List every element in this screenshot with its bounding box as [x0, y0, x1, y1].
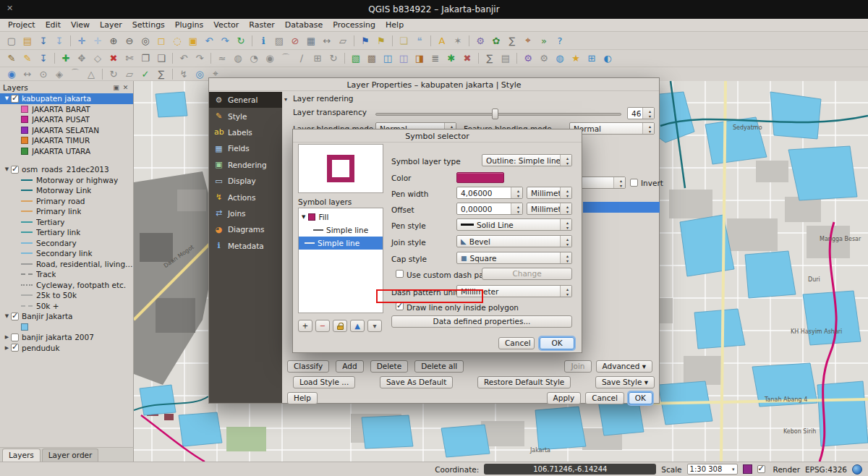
panel-tab-layer-order[interactable]: Layer order [42, 449, 99, 462]
ok-button[interactable]: OK [629, 392, 652, 404]
move-node-icon[interactable]: ↔ [20, 67, 35, 81]
field-calculator-icon[interactable]: ∑ [482, 51, 498, 66]
pan-to-selection-icon[interactable]: ✛ [90, 33, 106, 48]
measure-line-icon[interactable]: ↔ [319, 33, 335, 48]
menu-raster[interactable]: Raster [244, 20, 279, 30]
georeferencer-icon[interactable]: ⌖ [520, 33, 536, 48]
chevron-down-icon[interactable]: ▼ [3, 166, 11, 172]
open-project-icon[interactable]: ▤ [20, 33, 35, 48]
road-graph-icon[interactable]: ↯ [176, 67, 192, 81]
select-features-icon[interactable]: ▨ [271, 33, 287, 48]
apply-button[interactable]: Apply [547, 392, 582, 404]
layer-visibility-checkbox[interactable] [11, 95, 19, 103]
identify-features-icon[interactable]: ℹ [255, 33, 271, 48]
data-defined-properties-button[interactable]: Data defined properties... [391, 315, 572, 328]
layer-item-jakarta-barat[interactable]: JAKARTA BARAT [0, 104, 133, 115]
restore-default-style-button[interactable]: Restore Default Style [477, 376, 571, 388]
menu-project[interactable]: Project [3, 20, 41, 30]
add-part-icon[interactable]: ◔ [246, 51, 262, 66]
offset-unit-combo[interactable]: Millimeter [527, 203, 572, 215]
remove-symbol-layer-button[interactable]: − [315, 320, 330, 332]
layer-visibility-checkbox[interactable] [11, 344, 19, 352]
layer-item-primary-link[interactable]: Primary link [0, 206, 133, 217]
globe-icon[interactable] [852, 464, 862, 475]
move-down-symbol-layer-button[interactable]: ▾ [367, 320, 382, 332]
pen-width-spinbox[interactable]: 4,06000 [456, 187, 523, 199]
refresh-map-icon[interactable]: ↻ [233, 33, 249, 48]
properties-tab-general[interactable]: ⚙General [209, 92, 282, 108]
check-geometry-icon[interactable]: ✓ [137, 67, 153, 81]
add-ring-icon[interactable]: ◍ [230, 51, 246, 66]
add-wms-layer-icon[interactable]: ◨ [412, 51, 427, 66]
layer-item-osm-roads-21dec2013[interactable]: ▼osm_roads_21dec2013 [0, 164, 133, 175]
lock-symbol-layer-button[interactable] [333, 320, 347, 332]
menu-view[interactable]: View [66, 20, 95, 30]
settings-icon[interactable]: ⚙ [536, 51, 552, 66]
osm-tools-icon[interactable]: ◍ [552, 51, 568, 66]
invert-checkbox[interactable] [630, 179, 638, 187]
fill-ring-icon[interactable]: ◉ [262, 51, 278, 66]
symbol-layer-type-combo[interactable]: Outline: Simple line [482, 154, 572, 166]
chevron-down-icon[interactable]: ▼ [3, 313, 11, 319]
close-icon[interactable]: ✕ [7, 4, 13, 13]
transparency-slider[interactable] [375, 113, 621, 116]
add-raster-layer-icon[interactable]: ▩ [364, 51, 380, 66]
transparency-value-spinbox[interactable]: 46 [627, 107, 655, 119]
properties-tab-diagrams[interactable]: ◕Diagrams [209, 221, 282, 237]
new-project-icon[interactable]: ▢ [4, 33, 20, 48]
pen-width-unit-combo[interactable]: Millimeter [527, 187, 572, 199]
chevron-right-icon[interactable]: ▶ [3, 345, 11, 351]
menu-plugins[interactable]: Plugins [170, 20, 208, 30]
zoom-next-icon[interactable]: ↷ [217, 33, 233, 48]
layer-item-banjir-jakarta[interactable]: ▼Banjir Jakarta [0, 311, 133, 322]
layer-item-swatch[interactable] [0, 322, 133, 333]
layer-item-motorway-link[interactable]: Motorway Link [0, 185, 133, 196]
split-features-icon[interactable]: ∕ [294, 51, 310, 66]
favorites-icon[interactable]: ★ [568, 51, 584, 66]
offset-curve-icon[interactable]: ⌒ [67, 67, 83, 81]
save-as-default-button[interactable]: Save As Default [380, 376, 453, 388]
add-spatialite-layer-icon[interactable]: ◫ [396, 51, 412, 66]
menu-database[interactable]: Database [280, 20, 328, 30]
layer-item-secondary[interactable]: Secondary [0, 238, 133, 249]
cancel-button[interactable]: Cancel [585, 392, 624, 404]
menu-layer[interactable]: Layer [95, 20, 127, 30]
simplify-feature-icon[interactable]: ≈ [214, 51, 230, 66]
snapping-options-icon[interactable]: ⊙ [35, 67, 51, 81]
advanced-button[interactable]: Advanced ▾ [596, 360, 652, 373]
print-composer-icon[interactable]: ▤ [498, 51, 514, 66]
cap-style-combo[interactable]: ■ Square [456, 252, 572, 264]
chevron-down-icon[interactable]: ▾ [284, 96, 287, 103]
properties-tab-rendering[interactable]: ▣Rendering [209, 157, 282, 173]
add-wfs-layer-icon[interactable]: ⊞ [584, 51, 600, 66]
join-button[interactable]: Join [564, 360, 591, 373]
panel-close-icon[interactable]: ✕ [121, 84, 130, 91]
multi-edit-icon[interactable]: ▱ [122, 67, 137, 81]
move-feature-icon[interactable]: ✥ [74, 51, 90, 66]
layer-item-tertiary-link[interactable]: Tertiary link [0, 227, 133, 238]
redo-icon[interactable]: ↷ [192, 51, 208, 66]
draw-inside-checkbox[interactable] [396, 302, 404, 310]
zoom-full-icon[interactable]: ◻ [153, 33, 169, 48]
symbol-layer-fill[interactable]: ▼ Fill [299, 211, 383, 224]
delete-selected-icon[interactable]: ✖ [106, 51, 122, 66]
pan-map-icon[interactable]: ✛ [74, 33, 90, 48]
chevron-right-icon[interactable]: ▶ [3, 334, 11, 340]
selected-category-row[interactable] [583, 202, 660, 213]
coordinate-field[interactable]: 106.71246,-6.14244 [484, 464, 656, 475]
grass-tools-icon[interactable]: ✿ [488, 33, 504, 48]
trace-digitize-icon[interactable]: ◈ [51, 67, 67, 81]
reshape-features-icon[interactable]: ⌒ [278, 51, 294, 66]
cad-tools-icon[interactable]: △ [83, 67, 99, 81]
plugin-manager-icon[interactable]: ⚙ [520, 51, 536, 66]
new-shapefile-icon[interactable]: ✱ [443, 51, 459, 66]
save-project-icon[interactable]: ↧ [35, 33, 51, 48]
spatial-query-icon[interactable]: ◎ [192, 67, 208, 81]
measure-area-icon[interactable]: ▱ [335, 33, 351, 48]
decorations-icon[interactable]: ✶ [450, 33, 466, 48]
symbol-layer-simple-line-selected[interactable]: Simple line [299, 237, 383, 250]
move-up-symbol-layer-button[interactable]: ▲ [350, 320, 365, 332]
properties-tab-metadata[interactable]: ℹMetadata [209, 238, 282, 254]
layer-item-jakarta-selatan[interactable]: JAKARTA SELATAN [0, 125, 133, 136]
merge-features-icon[interactable]: ⊞ [310, 51, 326, 66]
